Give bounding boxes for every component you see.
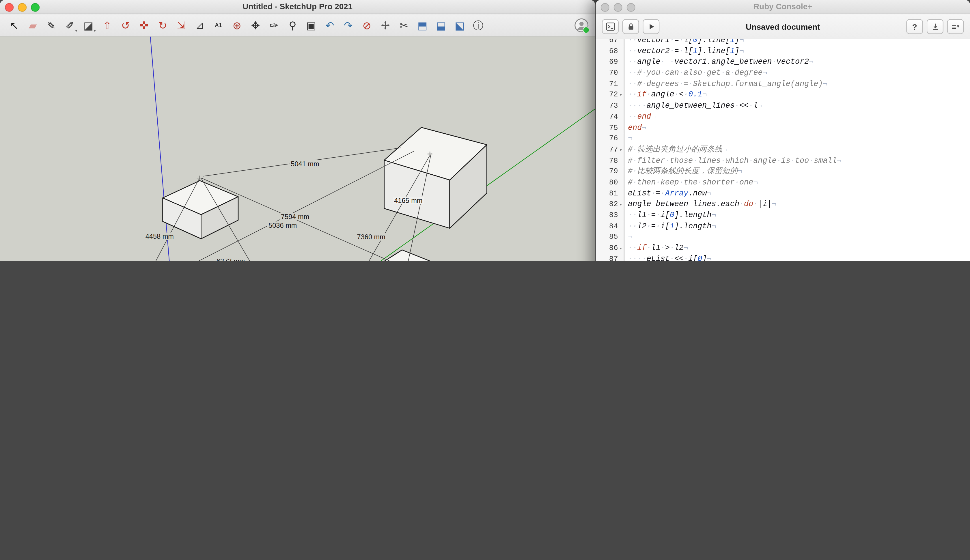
code-text[interactable]: end¬ bbox=[624, 123, 970, 133]
line-number: 67 bbox=[609, 39, 618, 46]
run-button[interactable] bbox=[643, 19, 659, 34]
sketchup-titlebar[interactable]: Untitled - SketchUp Pro 2021 bbox=[0, 0, 595, 14]
code-line[interactable]: 78#·filter·those·lines·which·angle·is·to… bbox=[596, 156, 970, 167]
code-text[interactable]: ¬ bbox=[624, 232, 970, 243]
dimension-label[interactable]: 7360 mm bbox=[356, 233, 387, 241]
pan-tool[interactable]: ✥ bbox=[247, 17, 263, 33]
offset-tool[interactable]: ↺ bbox=[117, 17, 134, 33]
code-text[interactable]: #·filter·those·lines·which·angle·is·too·… bbox=[624, 156, 970, 167]
code-line[interactable]: 86▾··if·l1·>·l2¬ bbox=[596, 243, 970, 254]
code-text[interactable]: ··#·degrees·=·Sketchup.format_angle(angl… bbox=[624, 79, 970, 90]
code-text[interactable]: ··vector2·=·l[1].line[1]¬ bbox=[624, 46, 970, 57]
fold-arrow-icon[interactable]: ▾ bbox=[618, 200, 623, 210]
download-button[interactable] bbox=[927, 19, 943, 34]
dimension-label[interactable]: 7594 mm bbox=[280, 213, 311, 220]
next-view-tool[interactable]: ↷ bbox=[340, 17, 357, 33]
code-text[interactable]: ····angle_between_lines·<<·l¬ bbox=[624, 101, 970, 112]
box-c-top-face[interactable] bbox=[356, 250, 455, 262]
ruby-titlebar[interactable]: Ruby Console+ bbox=[596, 0, 970, 14]
walk-tool-glyph: ✑ bbox=[270, 19, 278, 32]
view-front-button[interactable]: ⬕ bbox=[452, 17, 468, 33]
view-iso-button[interactable]: ⬒ bbox=[415, 17, 431, 33]
code-line[interactable]: 73····angle_between_lines·<<·l¬ bbox=[596, 101, 970, 112]
walk-tool[interactable]: ✑ bbox=[266, 17, 282, 33]
code-text[interactable]: ····eList·<<·i[0]¬ bbox=[624, 254, 970, 261]
code-line[interactable]: 75end¬ bbox=[596, 123, 970, 133]
zoom-tool[interactable]: ⚲ bbox=[285, 17, 301, 33]
line-number-gutter: 84 bbox=[596, 221, 625, 232]
code-line[interactable]: 67··vector1·=·l[0].line[1]¬ bbox=[596, 39, 970, 46]
zoom-window-tool[interactable]: ▣ bbox=[303, 17, 319, 33]
previous-view-tool[interactable]: ↶ bbox=[322, 17, 338, 33]
code-line[interactable]: 70··#·you·can·also·get·a·degree¬ bbox=[596, 68, 970, 79]
code-line[interactable]: 77▾#·筛选出夹角过小的两条线¬ bbox=[596, 145, 970, 156]
freehand-tool[interactable]: ✐▾ bbox=[62, 17, 78, 33]
view-top-button[interactable]: ⬓ bbox=[433, 17, 449, 33]
line-number-gutter: 77▾ bbox=[596, 145, 625, 156]
code-line[interactable]: 85¬ bbox=[596, 232, 970, 243]
code-line[interactable]: 79#·比较两条线的长度，保留短的¬ bbox=[596, 167, 970, 178]
help-icon: ? bbox=[912, 22, 917, 31]
model-info-button[interactable]: ⓘ bbox=[470, 17, 487, 33]
line-number: 75 bbox=[609, 123, 618, 133]
move-tool[interactable]: ✜ bbox=[136, 17, 152, 33]
code-text[interactable]: ··if·angle·<·0.1¬ bbox=[624, 90, 970, 101]
dimension-label[interactable]: 4165 mm bbox=[393, 197, 424, 204]
code-text[interactable]: ··if·l1·>·l2¬ bbox=[624, 243, 970, 254]
account-avatar[interactable] bbox=[574, 18, 589, 33]
code-line[interactable]: 74··end¬ bbox=[596, 112, 970, 123]
ruby-toolbar: Unsaved document bbox=[596, 14, 970, 40]
dimension-label[interactable]: 4458 mm bbox=[144, 233, 175, 240]
help-button[interactable]: ? bbox=[906, 19, 923, 34]
four-way-arrows-tool[interactable]: ✢ bbox=[377, 17, 393, 33]
code-text[interactable]: #·比较两条线的长度，保留短的¬ bbox=[624, 167, 970, 178]
fold-arrow-icon[interactable]: ▾ bbox=[618, 243, 623, 254]
code-text[interactable]: ··l2·=·i[1].length¬ bbox=[624, 221, 970, 232]
next-view-tool-glyph: ↷ bbox=[344, 19, 353, 32]
code-line[interactable]: 80#·then·keep·the·shorter·one¬ bbox=[596, 178, 970, 188]
model-viewport[interactable]: 5041 mm4165 mm7594 mm5036 mm7360 mm4458 … bbox=[0, 37, 595, 261]
code-text[interactable]: #·then·keep·the·shorter·one¬ bbox=[624, 178, 970, 188]
select-tool[interactable]: ↖ bbox=[6, 17, 22, 33]
eraser-tool[interactable]: ▰ bbox=[25, 17, 41, 33]
code-line[interactable]: 82▾angle_between_lines.each·do·|i|¬ bbox=[596, 200, 970, 210]
lock-button[interactable] bbox=[622, 19, 639, 34]
code-text[interactable]: ··vector1·=·l[0].line[1]¬ bbox=[624, 39, 970, 46]
section-cut-tool[interactable]: ✂ bbox=[396, 17, 412, 33]
code-text[interactable]: ··end¬ bbox=[624, 112, 970, 123]
shapes-tool[interactable]: ◪▾ bbox=[80, 17, 97, 33]
code-line[interactable]: 83··l1·=·i[0].length¬ bbox=[596, 210, 970, 222]
code-editor[interactable]: 67··vector1·=·l[0].line[1]¬68··vector2·=… bbox=[596, 39, 970, 261]
tape-measure-tool[interactable]: ⊿ bbox=[192, 17, 208, 33]
pushpull-tool[interactable]: ⇧ bbox=[99, 17, 115, 33]
dimension-tool[interactable]: A1 bbox=[210, 17, 227, 33]
orbit-tool[interactable]: ⊕ bbox=[229, 17, 245, 33]
fold-arrow-icon[interactable]: ▾ bbox=[618, 90, 623, 101]
line-tool[interactable]: ✎ bbox=[43, 17, 60, 33]
code-text[interactable]: eList·=·Array.new¬ bbox=[624, 188, 970, 200]
code-line[interactable]: 68··vector2·=·l[1].line[1]¬ bbox=[596, 46, 970, 57]
code-line[interactable]: 72▾··if·angle·<·0.1¬ bbox=[596, 90, 970, 101]
dimension-label[interactable]: 5041 mm bbox=[290, 160, 320, 168]
code-line[interactable]: 71··#·degrees·=·Sketchup.format_angle(an… bbox=[596, 79, 970, 90]
code-line[interactable]: 69··angle·=·vector1.angle_between·vector… bbox=[596, 57, 970, 68]
code-line[interactable]: 87····eList·<<·i[0]¬ bbox=[596, 254, 970, 261]
code-line[interactable]: 76¬ bbox=[596, 133, 970, 145]
code-line[interactable]: 81eList·=·Array.new¬ bbox=[596, 188, 970, 200]
console-button[interactable] bbox=[602, 19, 619, 34]
menu-button[interactable]: ≡▾ bbox=[947, 19, 964, 34]
rotate-tool[interactable]: ↻ bbox=[155, 17, 171, 33]
dimension-label[interactable]: 5036 mm bbox=[267, 222, 298, 229]
section-plane-tool[interactable]: ⊘ bbox=[359, 17, 375, 33]
code-line[interactable]: 84··l2·=·i[1].length¬ bbox=[596, 221, 970, 232]
code-text[interactable]: ··angle·=·vector1.angle_between·vector2¬ bbox=[624, 57, 970, 68]
code-text[interactable]: ¬ bbox=[624, 133, 970, 145]
code-text[interactable]: ··l1·=·i[0].length¬ bbox=[624, 210, 970, 222]
code-text[interactable]: angle_between_lines.each·do·|i|¬ bbox=[624, 200, 970, 210]
dimension-label[interactable]: 6373 mm bbox=[215, 257, 246, 261]
line-number: 82 bbox=[609, 200, 618, 210]
code-text[interactable]: ··#·you·can·also·get·a·degree¬ bbox=[624, 68, 970, 79]
fold-arrow-icon[interactable]: ▾ bbox=[618, 145, 623, 156]
code-text[interactable]: #·筛选出夹角过小的两条线¬ bbox=[624, 145, 970, 156]
scale-tool[interactable]: ⇲ bbox=[173, 17, 189, 33]
